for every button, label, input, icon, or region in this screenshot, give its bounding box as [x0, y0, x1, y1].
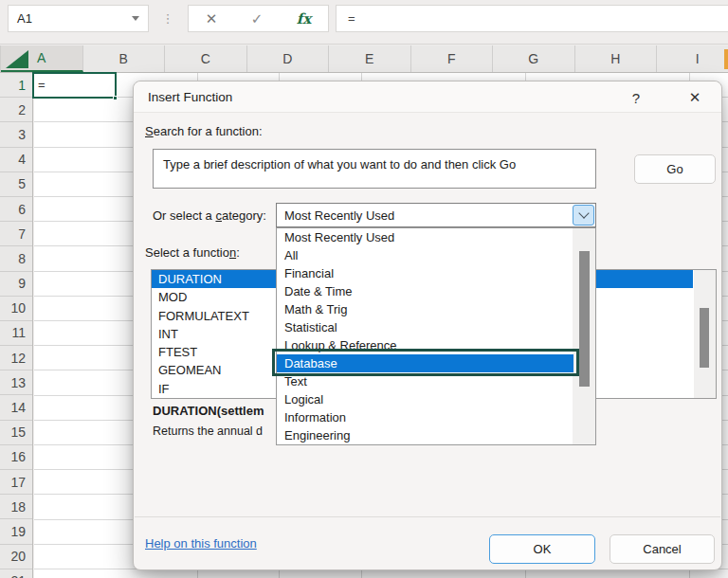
row-header-21[interactable]: 21	[0, 569, 32, 578]
annotation-highlight-box	[272, 349, 579, 376]
row-header-5[interactable]: 5	[0, 172, 32, 197]
excel-window: A1 ⋮ ✕ ✓ fx = ABCDEFGHI 1234567891011121…	[0, 0, 728, 578]
row-header-18[interactable]: 18	[0, 495, 32, 519]
dropdown-scrollbar-thumb[interactable]	[579, 251, 590, 387]
close-icon[interactable]: ✕	[682, 86, 708, 109]
row-header-4[interactable]: 4	[0, 148, 32, 172]
column-header-I[interactable]: I	[657, 45, 728, 72]
category-value: Most Recently Used	[284, 208, 394, 223]
column-header-C[interactable]: C	[165, 45, 247, 72]
search-label: Search for a function:	[145, 124, 263, 138]
formula-buttons: ✕ ✓ fx	[188, 5, 329, 32]
row-header-7[interactable]: 7	[0, 222, 32, 246]
column-headers: ABCDEFGHI	[0, 45, 728, 73]
category-combobox[interactable]: Most Recently Used	[276, 203, 596, 227]
category-option[interactable]: Engineering	[277, 426, 573, 444]
clipped-edge-element	[724, 49, 728, 69]
insert-function-icon[interactable]: fx	[297, 10, 311, 27]
column-header-H[interactable]: H	[575, 45, 658, 72]
select-all-triangle-icon	[6, 50, 28, 68]
row-header-8[interactable]: 8	[0, 246, 32, 271]
category-dropdown-list: Most Recently UsedAllFinancialDate & Tim…	[276, 227, 596, 445]
row-header-19[interactable]: 19	[0, 519, 32, 544]
cancel-button[interactable]: Cancel	[610, 534, 715, 564]
row-header-10[interactable]: 10	[0, 297, 32, 321]
select-all-button[interactable]	[0, 45, 1, 72]
name-box-dropdown-icon[interactable]	[132, 16, 139, 21]
formula-bar-value: =	[337, 11, 355, 26]
column-header-E[interactable]: E	[329, 45, 411, 72]
category-option[interactable]: Statistical	[277, 318, 573, 336]
row-header-14[interactable]: 14	[0, 395, 32, 420]
enter-entry-icon[interactable]: ✓	[251, 10, 264, 27]
row-header-3[interactable]: 3	[0, 122, 32, 147]
row-header-17[interactable]: 17	[0, 470, 32, 495]
dialog-title: Insert Function	[148, 90, 232, 104]
row-header-1[interactable]: 1	[0, 73, 32, 98]
name-box[interactable]: A1	[8, 5, 149, 32]
function-signature: DURATION(settlem	[153, 404, 264, 418]
footer-divider	[135, 516, 720, 517]
category-option[interactable]: Logical	[277, 390, 573, 408]
category-label: Or select a category:	[153, 208, 266, 223]
name-box-value: A1	[9, 11, 132, 26]
formula-bar[interactable]: =	[336, 5, 728, 32]
insert-function-dialog: Insert Function ? ✕ Search for a functio…	[133, 81, 722, 570]
row-header-6[interactable]: 6	[0, 197, 32, 222]
cancel-entry-icon[interactable]: ✕	[206, 10, 218, 27]
fill-handle[interactable]	[113, 96, 118, 100]
function-description: Returns the annual d	[153, 424, 263, 438]
row-header-11[interactable]: 11	[0, 321, 32, 346]
column-header-F[interactable]: F	[411, 45, 494, 72]
ok-button[interactable]: OK	[489, 534, 595, 564]
row-header-13[interactable]: 13	[0, 370, 32, 395]
column-header-G[interactable]: G	[493, 45, 575, 72]
column-header-D[interactable]: D	[247, 45, 330, 72]
help-icon[interactable]: ?	[625, 86, 647, 109]
function-scrollbar-thumb[interactable]	[700, 308, 709, 368]
category-option[interactable]: Math & Trig	[277, 300, 573, 318]
dialog-titlebar[interactable]: Insert Function ? ✕	[134, 81, 721, 113]
column-header-B[interactable]: B	[83, 45, 166, 72]
row-header-9[interactable]: 9	[0, 272, 32, 297]
category-option[interactable]: Most Recently Used	[277, 228, 573, 246]
row-header-15[interactable]: 15	[0, 421, 32, 445]
combobox-dropdown-button[interactable]	[573, 205, 594, 226]
category-option[interactable]: Date & Time	[277, 282, 573, 300]
go-button[interactable]: Go	[634, 154, 716, 184]
row-headers: 123456789101112131415161718192021	[0, 73, 33, 578]
row-header-2[interactable]: 2	[0, 98, 32, 122]
active-cell-a1[interactable]: =	[32, 72, 117, 99]
category-option[interactable]: All	[277, 246, 573, 264]
help-on-function-link[interactable]: Help on this function	[145, 536, 257, 551]
search-input[interactable]: Type a brief description of what you wan…	[153, 149, 596, 189]
chevron-down-icon	[578, 208, 589, 218]
row-header-12[interactable]: 12	[0, 346, 32, 370]
category-option[interactable]: Financial	[277, 264, 573, 282]
drag-handle-icon: ⋮	[161, 5, 174, 32]
formula-toolbar: A1 ⋮ ✕ ✓ fx =	[0, 0, 728, 45]
function-label: Select a function:	[145, 245, 240, 260]
column-header-row: ABCDEFGHI	[1, 45, 728, 72]
category-option[interactable]: Information	[277, 408, 573, 426]
row-header-20[interactable]: 20	[0, 545, 32, 569]
row-header-16[interactable]: 16	[0, 445, 32, 470]
